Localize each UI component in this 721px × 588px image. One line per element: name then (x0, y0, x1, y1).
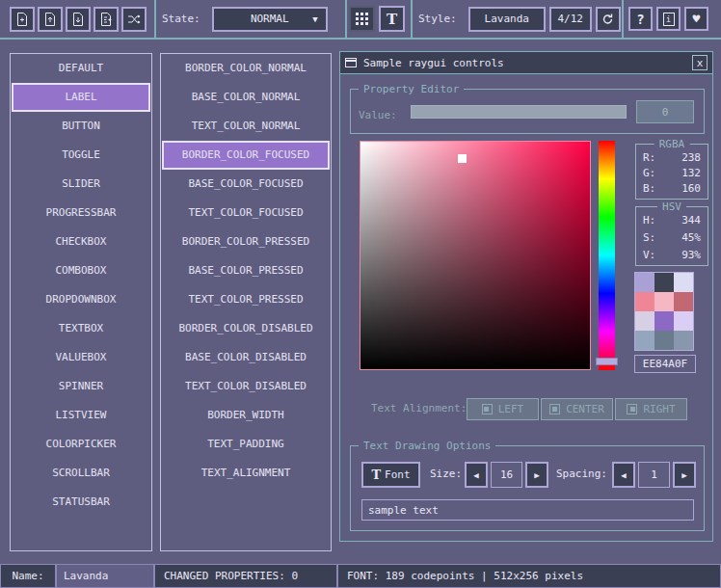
control-item-combobox[interactable]: COMBOBOX (11, 256, 151, 285)
font-button[interactable]: T Font (361, 462, 420, 488)
new-file-button[interactable] (10, 7, 35, 32)
control-item-dropdownbox[interactable]: DROPDOWNBOX (11, 285, 151, 314)
palette-swatch[interactable] (654, 331, 674, 350)
spacing-increase-button[interactable]: ▶ (673, 462, 696, 488)
property-item[interactable]: BORDER_COLOR_DISABLED (161, 314, 331, 343)
font-button-label: Font (385, 468, 411, 481)
align-center-button[interactable]: CENTER (541, 398, 613, 420)
sample-text-input[interactable]: sample text (361, 499, 694, 521)
palette-swatch[interactable] (674, 311, 693, 331)
property-item[interactable]: TEXT_COLOR_PRESSED (161, 285, 331, 314)
property-item[interactable]: TEXT_ALIGNMENT (161, 459, 331, 488)
property-item[interactable]: BASE_COLOR_PRESSED (161, 256, 331, 285)
color-picker-cursor[interactable] (458, 154, 467, 163)
value-box[interactable]: 0 (636, 100, 694, 123)
palette-swatch[interactable] (654, 311, 674, 331)
text-alignment-row: Text Alignment: LEFT CENTER RIGHT (340, 398, 714, 421)
status-bar: Name: Lavanda CHANGED PROPERTIES: 0 FONT… (0, 564, 721, 588)
arrow-right-icon: ▶ (534, 470, 539, 480)
control-item-statusbar[interactable]: STATUSBAR (11, 488, 151, 517)
s-label: S: (643, 231, 655, 244)
heart-icon: ♥ (693, 12, 701, 26)
top-toolbar: State: NORMAL ▼ T Style: Lavanda 4/12 (0, 0, 721, 40)
control-item-spinner[interactable]: SPINNER (11, 372, 151, 401)
save-file-button[interactable] (66, 7, 91, 32)
palette-swatch[interactable] (635, 292, 654, 311)
control-item-colorpicker[interactable]: COLORPICKER (11, 430, 151, 459)
state-section: State: NORMAL ▼ (162, 0, 328, 38)
palette-swatch[interactable] (654, 273, 674, 292)
control-item-label[interactable]: LABEL (12, 83, 150, 112)
hue-slider-handle[interactable] (596, 358, 618, 365)
random-style-button[interactable] (121, 7, 147, 32)
property-item[interactable]: TEXT_PADDING (161, 430, 331, 459)
text-preview-button[interactable]: T (379, 6, 405, 32)
style-dropdown-value: Lavanda (485, 13, 529, 25)
palette-swatch[interactable] (674, 331, 693, 350)
align-right-button[interactable]: RIGHT (615, 398, 687, 420)
palette-swatch[interactable] (635, 273, 654, 292)
value-slider[interactable] (411, 105, 627, 119)
property-item[interactable]: BORDER_COLOR_NORMAL (161, 54, 331, 83)
control-item-valuebox[interactable]: VALUEBOX (11, 343, 151, 372)
control-item-listview[interactable]: LISTVIEW (11, 401, 151, 430)
grid-view-button[interactable] (349, 6, 375, 32)
control-item-checkbox[interactable]: CHECKBOX (11, 227, 151, 256)
sponsor-button[interactable]: ♥ (684, 7, 708, 31)
property-item[interactable]: BORDER_WIDTH (161, 401, 331, 430)
palette-swatch[interactable] (674, 273, 693, 292)
style-dropdown[interactable]: Lavanda (468, 7, 546, 32)
state-dropdown[interactable]: NORMAL ▼ (212, 7, 328, 32)
control-item-textbox[interactable]: TEXTBOX (11, 314, 151, 343)
color-palette (634, 272, 694, 351)
color-picker-gradient[interactable] (360, 141, 591, 370)
control-item-toggle[interactable]: TOGGLE (11, 141, 151, 170)
reload-style-button[interactable] (596, 7, 621, 32)
spacing-decrease-button[interactable]: ◀ (612, 462, 635, 488)
style-counter: 4/12 (549, 7, 592, 32)
property-item[interactable]: TEXT_COLOR_NORMAL (161, 112, 331, 141)
align-center-label: CENTER (566, 403, 604, 415)
changed-properties-status: CHANGED PROPERTIES: 0 (154, 564, 337, 588)
info-icon: i (663, 13, 675, 26)
window-titlebar: Sample raygui controls x (340, 52, 712, 74)
about-button[interactable]: i (656, 7, 681, 31)
property-item-selected[interactable]: BORDER_COLOR_FOCUSED (162, 141, 330, 170)
spacing-value-box[interactable]: 1 (638, 462, 670, 488)
palette-swatch[interactable] (674, 292, 693, 311)
palette-swatch[interactable] (635, 311, 654, 331)
chevron-down-icon: ▼ (312, 14, 317, 24)
open-file-button[interactable] (38, 7, 63, 32)
b-label: B: (643, 182, 655, 195)
hex-color-input[interactable]: EE84A0F (634, 355, 696, 373)
toolbar-divider (345, 0, 347, 38)
size-value-box[interactable]: 16 (491, 462, 522, 488)
close-button[interactable]: x (692, 55, 708, 70)
control-item-default[interactable]: DEFAULT (11, 54, 151, 83)
property-item[interactable]: BASE_COLOR_NORMAL (161, 83, 331, 112)
value-label: Value: (359, 109, 397, 121)
help-button[interactable]: ? (628, 7, 653, 31)
property-item[interactable]: BASE_COLOR_FOCUSED (161, 170, 331, 199)
state-label: State: (162, 13, 200, 25)
align-left-button[interactable]: LEFT (467, 398, 539, 420)
palette-swatch[interactable] (635, 331, 654, 350)
text-icon: T (387, 11, 397, 28)
export-file-button[interactable] (93, 7, 119, 32)
size-decrease-button[interactable]: ◀ (465, 462, 488, 488)
control-item-progressbar[interactable]: PROGRESSBAR (11, 199, 151, 227)
palette-swatch[interactable] (654, 292, 674, 311)
control-item-scrollbar[interactable]: SCROLLBAR (11, 459, 151, 488)
control-item-button[interactable]: BUTTON (11, 112, 151, 141)
property-item[interactable]: BORDER_COLOR_PRESSED (161, 227, 331, 256)
control-item-slider[interactable]: SLIDER (11, 170, 151, 199)
grid-icon (355, 12, 369, 26)
file-button-group (10, 7, 147, 32)
property-item[interactable]: TEXT_COLOR_FOCUSED (161, 199, 331, 227)
size-increase-button[interactable]: ▶ (525, 462, 548, 488)
help-button-group: ? i ♥ (628, 7, 708, 31)
property-item[interactable]: BASE_COLOR_DISABLED (161, 343, 331, 372)
style-name-input[interactable]: Lavanda (56, 564, 154, 588)
hue-bar[interactable] (599, 141, 615, 370)
property-item[interactable]: TEXT_COLOR_DISABLED (161, 372, 331, 401)
